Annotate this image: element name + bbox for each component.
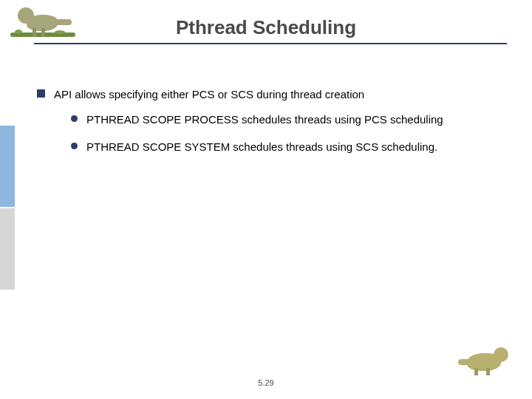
left-accent-bar-grey — [0, 208, 15, 290]
bullet-text: PTHREAD SCOPE SYSTEM schedules threads u… — [86, 140, 495, 154]
round-bullet-icon — [71, 143, 78, 149]
dinosaur-bottom-icon — [458, 343, 517, 378]
content-area: API allows specifying either PCS or SCS … — [37, 87, 495, 166]
left-accent-bar-blue — [0, 126, 15, 207]
page-number: 5.29 — [0, 378, 532, 387]
round-bullet-icon — [71, 115, 78, 122]
bullet-text: API allows specifying either PCS or SCS … — [54, 87, 495, 102]
bullet-level2: PTHREAD SCOPE SYSTEM schedules threads u… — [71, 140, 495, 154]
bullet-level2: PTHREAD SCOPE PROCESS schedules threads … — [71, 112, 495, 127]
title-underline — [34, 43, 507, 44]
square-bullet-icon — [37, 89, 45, 98]
slide-title: Pthread Scheduling — [0, 16, 532, 39]
bullet-level1: API allows specifying either PCS or SCS … — [37, 87, 495, 102]
bullet-text: PTHREAD SCOPE PROCESS schedules threads … — [86, 112, 495, 127]
slide: Pthread Scheduling API allows specifying… — [0, 0, 532, 399]
